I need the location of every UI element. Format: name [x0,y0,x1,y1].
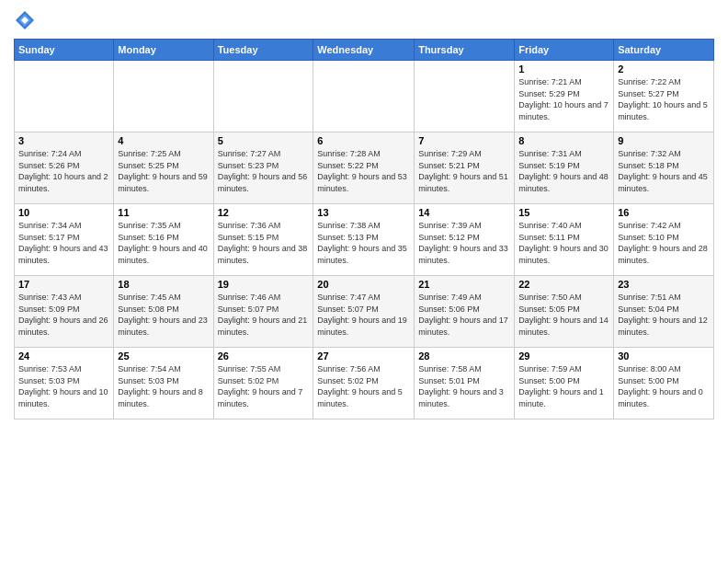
calendar-cell [15,61,114,132]
day-info: Sunrise: 7:32 AMSunset: 5:18 PMDaylight:… [618,148,710,194]
day-number: 10 [18,207,109,218]
calendar-cell: 24Sunrise: 7:53 AMSunset: 5:03 PMDayligh… [15,348,114,419]
calendar-header-row: SundayMondayTuesdayWednesdayThursdayFrid… [15,40,714,61]
calendar-cell: 8Sunrise: 7:31 AMSunset: 5:19 PMDaylight… [515,132,614,204]
calendar-cell: 15Sunrise: 7:40 AMSunset: 5:11 PMDayligh… [515,204,614,276]
calendar-cell: 18Sunrise: 7:45 AMSunset: 5:08 PMDayligh… [114,276,213,348]
calendar-week-5: 24Sunrise: 7:53 AMSunset: 5:03 PMDayligh… [15,348,714,419]
day-number: 5 [218,135,310,146]
day-header-sunday: Sunday [15,40,114,61]
logo [14,9,40,31]
day-number: 26 [218,350,310,362]
day-number: 20 [317,279,410,290]
day-info: Sunrise: 7:22 AMSunset: 5:27 PMDaylight:… [618,76,710,122]
day-number: 1 [518,63,609,75]
day-number: 25 [118,350,209,362]
day-header-thursday: Thursday [415,40,515,61]
calendar-cell: 30Sunrise: 8:00 AMSunset: 5:00 PMDayligh… [614,348,714,419]
calendar-cell [313,61,415,132]
day-info: Sunrise: 7:45 AMSunset: 5:08 PMDaylight:… [118,292,209,338]
day-info: Sunrise: 7:59 AMSunset: 5:00 PMDaylight:… [518,363,609,409]
calendar-cell: 9Sunrise: 7:32 AMSunset: 5:18 PMDaylight… [614,132,714,204]
calendar-cell: 22Sunrise: 7:50 AMSunset: 5:05 PMDayligh… [515,276,614,348]
page-header [14,9,714,31]
calendar-cell: 17Sunrise: 7:43 AMSunset: 5:09 PMDayligh… [15,276,114,348]
day-number: 4 [118,135,209,146]
day-info: Sunrise: 7:25 AMSunset: 5:25 PMDaylight:… [118,148,209,194]
day-info: Sunrise: 7:36 AMSunset: 5:15 PMDaylight:… [218,220,310,266]
calendar-table: SundayMondayTuesdayWednesdayThursdayFrid… [14,39,714,419]
day-number: 30 [618,350,710,362]
calendar-week-1: 1Sunrise: 7:21 AMSunset: 5:29 PMDaylight… [15,61,714,132]
calendar-week-3: 10Sunrise: 7:34 AMSunset: 5:17 PMDayligh… [15,204,714,276]
calendar-week-2: 3Sunrise: 7:24 AMSunset: 5:26 PMDaylight… [15,132,714,204]
calendar-cell [415,61,515,132]
day-number: 8 [518,135,609,146]
calendar-cell: 27Sunrise: 7:56 AMSunset: 5:02 PMDayligh… [313,348,415,419]
calendar-cell: 16Sunrise: 7:42 AMSunset: 5:10 PMDayligh… [614,204,714,276]
logo-icon [14,9,36,31]
day-info: Sunrise: 7:34 AMSunset: 5:17 PMDaylight:… [18,220,109,266]
calendar-week-4: 17Sunrise: 7:43 AMSunset: 5:09 PMDayligh… [15,276,714,348]
calendar-cell: 21Sunrise: 7:49 AMSunset: 5:06 PMDayligh… [415,276,515,348]
calendar-cell: 13Sunrise: 7:38 AMSunset: 5:13 PMDayligh… [313,204,415,276]
calendar-cell: 7Sunrise: 7:29 AMSunset: 5:21 PMDaylight… [415,132,515,204]
day-number: 13 [317,207,410,218]
calendar-cell: 20Sunrise: 7:47 AMSunset: 5:07 PMDayligh… [313,276,415,348]
day-info: Sunrise: 7:38 AMSunset: 5:13 PMDaylight:… [317,220,410,266]
day-number: 7 [418,135,510,146]
calendar-body: 1Sunrise: 7:21 AMSunset: 5:29 PMDaylight… [15,61,714,419]
day-info: Sunrise: 7:54 AMSunset: 5:03 PMDaylight:… [118,363,209,409]
day-info: Sunrise: 7:29 AMSunset: 5:21 PMDaylight:… [418,148,510,194]
day-number: 15 [518,207,609,218]
day-info: Sunrise: 7:51 AMSunset: 5:04 PMDaylight:… [618,292,710,338]
day-number: 22 [518,279,609,290]
calendar-cell [114,61,213,132]
day-info: Sunrise: 8:00 AMSunset: 5:00 PMDaylight:… [618,363,710,409]
calendar-cell: 12Sunrise: 7:36 AMSunset: 5:15 PMDayligh… [213,204,313,276]
calendar-cell: 23Sunrise: 7:51 AMSunset: 5:04 PMDayligh… [614,276,714,348]
day-number: 23 [618,279,710,290]
day-info: Sunrise: 7:39 AMSunset: 5:12 PMDaylight:… [418,220,510,266]
day-header-tuesday: Tuesday [213,40,313,61]
day-number: 18 [118,279,209,290]
day-number: 24 [18,350,109,362]
day-number: 29 [518,350,609,362]
day-number: 3 [18,135,109,146]
day-info: Sunrise: 7:49 AMSunset: 5:06 PMDaylight:… [418,292,510,338]
calendar-cell: 29Sunrise: 7:59 AMSunset: 5:00 PMDayligh… [515,348,614,419]
calendar-cell: 28Sunrise: 7:58 AMSunset: 5:01 PMDayligh… [415,348,515,419]
calendar-cell: 10Sunrise: 7:34 AMSunset: 5:17 PMDayligh… [15,204,114,276]
day-info: Sunrise: 7:55 AMSunset: 5:02 PMDaylight:… [218,363,310,409]
day-number: 6 [317,135,410,146]
day-info: Sunrise: 7:50 AMSunset: 5:05 PMDaylight:… [518,292,609,338]
day-header-wednesday: Wednesday [313,40,415,61]
day-info: Sunrise: 7:28 AMSunset: 5:22 PMDaylight:… [317,148,410,194]
calendar-cell: 2Sunrise: 7:22 AMSunset: 5:27 PMDaylight… [614,61,714,132]
calendar-cell: 6Sunrise: 7:28 AMSunset: 5:22 PMDaylight… [313,132,415,204]
day-number: 21 [418,279,510,290]
day-info: Sunrise: 7:27 AMSunset: 5:23 PMDaylight:… [218,148,310,194]
day-info: Sunrise: 7:47 AMSunset: 5:07 PMDaylight:… [317,292,410,338]
day-number: 17 [18,279,109,290]
day-info: Sunrise: 7:24 AMSunset: 5:26 PMDaylight:… [18,148,109,194]
day-info: Sunrise: 7:40 AMSunset: 5:11 PMDaylight:… [518,220,609,266]
day-number: 19 [218,279,310,290]
calendar-cell: 25Sunrise: 7:54 AMSunset: 5:03 PMDayligh… [114,348,213,419]
calendar-cell [213,61,313,132]
day-info: Sunrise: 7:42 AMSunset: 5:10 PMDaylight:… [618,220,710,266]
day-number: 11 [118,207,209,218]
day-header-friday: Friday [515,40,614,61]
day-info: Sunrise: 7:56 AMSunset: 5:02 PMDaylight:… [317,363,410,409]
calendar-cell: 1Sunrise: 7:21 AMSunset: 5:29 PMDaylight… [515,61,614,132]
day-info: Sunrise: 7:31 AMSunset: 5:19 PMDaylight:… [518,148,609,194]
calendar-cell: 14Sunrise: 7:39 AMSunset: 5:12 PMDayligh… [415,204,515,276]
calendar-cell: 4Sunrise: 7:25 AMSunset: 5:25 PMDaylight… [114,132,213,204]
day-number: 28 [418,350,510,362]
day-info: Sunrise: 7:46 AMSunset: 5:07 PMDaylight:… [218,292,310,338]
day-number: 2 [618,63,710,75]
calendar-cell: 5Sunrise: 7:27 AMSunset: 5:23 PMDaylight… [213,132,313,204]
calendar-cell: 11Sunrise: 7:35 AMSunset: 5:16 PMDayligh… [114,204,213,276]
day-number: 12 [218,207,310,218]
day-number: 27 [317,350,410,362]
